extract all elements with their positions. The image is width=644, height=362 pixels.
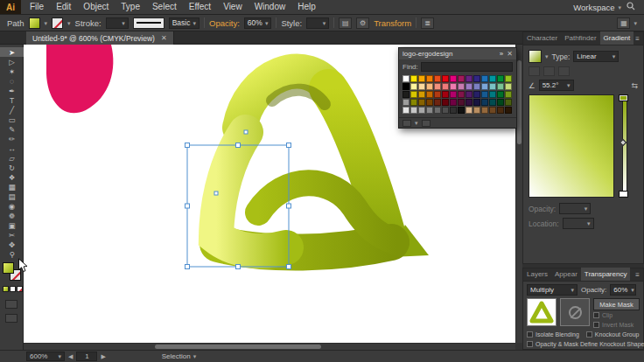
color-swatch[interactable] (450, 83, 457, 90)
color-swatch[interactable] (402, 107, 410, 114)
gradient-preview[interactable] (528, 94, 614, 198)
color-swatch[interactable] (434, 91, 441, 98)
transparency-opacity-dropdown[interactable]: 60%▾ (610, 284, 636, 296)
menu-item-type[interactable]: Type (115, 0, 146, 14)
workspace-switcher[interactable]: Workspace ▾ (573, 3, 621, 12)
gradient-swatch-thumb[interactable] (528, 50, 542, 63)
color-swatch[interactable] (434, 107, 441, 114)
color-swatch[interactable] (458, 107, 465, 114)
color-swatch[interactable] (481, 83, 488, 90)
color-swatch[interactable] (497, 91, 504, 98)
fill-chevron-icon[interactable]: ▾ (45, 20, 48, 26)
color-swatch[interactable] (458, 75, 465, 82)
color-swatch[interactable] (426, 91, 433, 98)
magic-wand-tool[interactable]: ✶ (0, 66, 24, 76)
shape-builder-tool[interactable]: ❖ (0, 172, 24, 182)
color-swatch[interactable] (402, 75, 410, 82)
transform-link[interactable]: Transform (374, 18, 411, 28)
find-input[interactable] (421, 62, 513, 72)
color-swatch[interactable] (402, 91, 410, 98)
color-swatch[interactable] (434, 75, 441, 82)
color-swatch[interactable] (505, 107, 512, 114)
slice-tool[interactable]: ✂ (0, 230, 24, 240)
color-swatch[interactable] (466, 107, 472, 114)
status-indicator[interactable]: Selection ▾ (162, 352, 196, 360)
color-swatch[interactable] (473, 83, 480, 90)
color-swatch[interactable] (426, 107, 433, 114)
symbol-sprayer-tool[interactable]: ❁ (0, 211, 24, 220)
color-swatch[interactable] (458, 83, 465, 90)
color-swatch[interactable] (410, 91, 417, 98)
tab-appear[interactable]: Appear (551, 268, 581, 281)
line-segment-tool[interactable]: ╱ (0, 105, 24, 115)
gradient-slider[interactable] (618, 94, 632, 198)
color-swatch[interactable] (442, 75, 449, 82)
color-swatch[interactable] (489, 107, 496, 114)
color-swatch[interactable] (497, 75, 504, 82)
stroke-chevron-icon[interactable]: ▾ (67, 20, 71, 26)
fill-color-swatch[interactable] (29, 17, 40, 29)
panel-menu-icon[interactable]: ≡ (635, 35, 643, 45)
reverse-gradient-icon[interactable]: ⇆ (631, 81, 638, 90)
zoom-level-dropdown[interactable]: 600%▾ (26, 352, 65, 361)
tab-transparency[interactable]: Transparency (581, 268, 631, 281)
color-swatch[interactable] (497, 99, 504, 106)
blend-mode-dropdown[interactable]: Multiply▾ (527, 284, 578, 296)
color-swatch[interactable] (442, 91, 449, 98)
color-swatch[interactable] (481, 107, 488, 114)
color-swatch[interactable] (458, 91, 465, 98)
color-swatch[interactable] (466, 83, 472, 90)
opacity-value-dropdown[interactable]: 60%▾ (244, 17, 272, 29)
color-swatch[interactable] (505, 83, 512, 90)
vertical-scrollbar-thumb[interactable] (517, 60, 522, 144)
menu-item-object[interactable]: Object (77, 0, 115, 14)
tab-layers[interactable]: Layers (523, 268, 551, 281)
menu-item-file[interactable]: File (24, 0, 50, 14)
chevron-down-icon[interactable]: ▾ (634, 20, 637, 26)
color-swatch[interactable] (473, 75, 480, 82)
brush-definition-dropdown[interactable]: Basic▾ (169, 17, 200, 29)
opacity-link[interactable]: Opacity: (209, 18, 240, 28)
artboard-number-field[interactable]: 1 (76, 352, 97, 361)
close-icon[interactable]: ✕ (161, 34, 167, 42)
chevron-down-icon[interactable]: ▾ (415, 120, 418, 126)
color-swatch[interactable] (497, 107, 504, 114)
type-tool[interactable]: T (0, 95, 24, 105)
color-swatch[interactable] (466, 91, 472, 98)
eyedropper-tool[interactable]: ◉ (0, 201, 24, 211)
pen-tool[interactable]: ✒ (0, 86, 24, 95)
color-swatch[interactable] (466, 99, 472, 106)
screen-mode-button[interactable] (5, 314, 18, 323)
color-swatch[interactable] (450, 91, 457, 98)
panel-menu-icon[interactable]: ≡ (635, 271, 643, 281)
gradient-type-dropdown[interactable]: Linear▾ (573, 51, 619, 62)
color-swatch[interactable] (410, 75, 417, 82)
lasso-tool[interactable]: ◌ (0, 76, 24, 86)
color-swatch[interactable] (442, 107, 449, 114)
horizontal-scrollbar[interactable] (24, 343, 515, 350)
menu-item-view[interactable]: View (217, 0, 248, 14)
color-swatch[interactable] (458, 99, 465, 106)
color-swatch[interactable] (473, 99, 480, 106)
drawing-mode-button[interactable] (5, 300, 18, 309)
color-swatch[interactable] (473, 91, 480, 98)
color-swatch[interactable] (481, 75, 488, 82)
collapse-icon[interactable]: » (500, 50, 503, 58)
color-swatch[interactable] (450, 75, 457, 82)
color-swatch[interactable] (489, 83, 496, 90)
color-swatch[interactable] (505, 99, 512, 106)
rotate-tool[interactable]: ↻ (0, 163, 24, 172)
color-swatch[interactable] (442, 99, 449, 106)
canvas[interactable]: logo-ergodesign » ✕ Find: ▾ (24, 45, 522, 350)
object-thumbnail[interactable] (527, 298, 556, 326)
knockout-group-checkbox[interactable] (586, 331, 592, 338)
color-swatch[interactable] (450, 99, 457, 106)
color-swatch[interactable] (473, 107, 480, 114)
next-artboard-icon[interactable]: ▶ (101, 353, 105, 360)
color-swatch[interactable] (410, 99, 417, 106)
fill-swatch-gradient[interactable] (3, 262, 14, 274)
color-swatch[interactable] (418, 107, 425, 114)
color-swatch[interactable] (418, 91, 425, 98)
color-swatch[interactable] (505, 91, 512, 98)
tab-character[interactable]: Character (523, 31, 561, 45)
